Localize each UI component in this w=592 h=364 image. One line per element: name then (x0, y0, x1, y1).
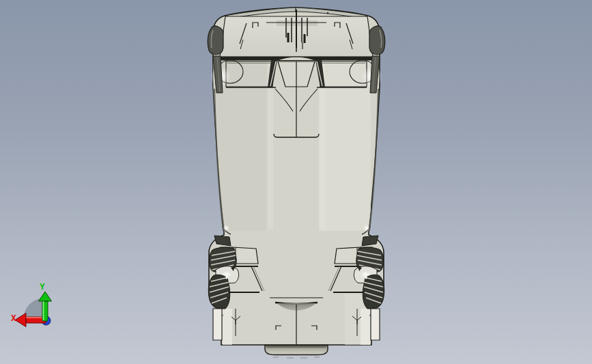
orientation-triad: X Y (11, 281, 51, 327)
x-axis-label: X (11, 313, 16, 323)
y-axis-label: Y (40, 281, 45, 292)
cad-viewport[interactable]: X Y (0, 0, 592, 364)
cad-viewport-canvas[interactable]: X Y (0, 0, 592, 364)
front-bumper (265, 346, 328, 359)
panel-dot (327, 12, 328, 14)
car-model[interactable] (208, 8, 385, 358)
